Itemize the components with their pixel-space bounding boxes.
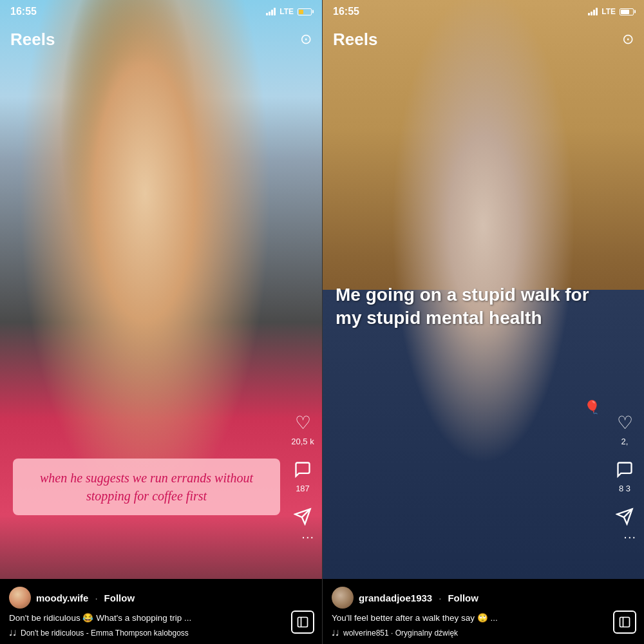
status-bar-2: 16:55 LTE (323, 0, 644, 23)
lte-label-1: LTE (279, 7, 294, 16)
audio-row-2: ♩♩ wolverine851 · Oryginalny dźwięk (332, 629, 635, 638)
comment-icon-2 (613, 458, 636, 481)
repost-icon-1 (291, 611, 314, 634)
audio-row-1: ♩♩ Don't be ridiculous - Emma Thompson k… (9, 629, 313, 638)
follow-button-2[interactable]: Follow (448, 592, 478, 603)
bottom-info-2: grandadjoe1933 · Follow You'll feel bett… (323, 579, 644, 644)
video-overlay-text-2: Me going on a stupid walk for my stupid … (336, 283, 599, 330)
like-count-1: 20,5 k (291, 437, 314, 446)
camera-icon-1[interactable]: ⊙ (300, 31, 312, 48)
status-bar-1: 16:55 LTE (0, 0, 322, 23)
music-note-1: ♩♩ (9, 629, 17, 638)
video-overlay-text-1: when he suggests we run errands without … (13, 459, 280, 515)
video-background-1 (0, 0, 322, 644)
heart-icon-2: ♡ (613, 411, 636, 434)
share-button-1[interactable] (291, 505, 314, 528)
reels-title-1: Reels (10, 30, 55, 50)
status-icons-2: LTE (588, 7, 634, 16)
comment-count-2: 8 3 (619, 484, 630, 493)
avatar-2[interactable] (332, 587, 354, 609)
status-icons-1: LTE (266, 7, 312, 16)
caption-1: Don't be ridiculous 😂 What's a shopping … (9, 612, 313, 625)
audio-text-1[interactable]: Don't be ridiculous - Emma Thompson kalo… (21, 629, 189, 638)
comment-count-1: 187 (296, 484, 310, 493)
panel-2: 16:55 LTE Reels ⊙ Me going on a stupid w… (322, 0, 644, 644)
comment-button-2[interactable]: 8 3 (613, 458, 636, 493)
svg-rect-6 (620, 618, 630, 627)
reels-header-2: Reels ⊙ (323, 23, 644, 55)
heart-icon-1: ♡ (291, 411, 314, 434)
like-button-2[interactable]: ♡ 2, (613, 411, 636, 446)
signal-icon-2 (588, 8, 598, 15)
user-row-2: grandadjoe1933 · Follow (332, 587, 635, 609)
more-options-2[interactable]: ··· (623, 529, 636, 544)
action-buttons-1: ♡ 20,5 k 187 (291, 411, 314, 528)
repost-icon-2 (613, 611, 636, 634)
share-icon-2 (613, 505, 636, 528)
like-button-1[interactable]: ♡ 20,5 k (291, 411, 314, 446)
username-2[interactable]: grandadjoe1933 (359, 592, 432, 603)
emoji-decoration-1: 🎈 (584, 399, 600, 415)
share-button-2[interactable] (613, 505, 636, 528)
comment-icon-1 (291, 458, 314, 481)
battery-icon-1 (298, 8, 312, 15)
share-icon-1 (291, 505, 314, 528)
music-note-2: ♩♩ (332, 629, 339, 638)
bottom-info-1: moody.wife · Follow Don't be ridiculous … (0, 579, 322, 644)
caption-2: You'll feel better after a walk they say… (332, 612, 635, 625)
video-caption-text-1: when he suggests we run errands without … (23, 469, 270, 505)
username-1[interactable]: moody.wife (36, 592, 88, 603)
more-options-1[interactable]: ··· (301, 529, 314, 544)
camera-icon-2[interactable]: ⊙ (622, 31, 634, 48)
lte-label-2: LTE (601, 7, 616, 16)
avatar-1[interactable] (9, 587, 31, 609)
svg-rect-2 (298, 618, 308, 627)
status-time-2: 16:55 (333, 6, 359, 17)
audio-text-2[interactable]: wolverine851 · Oryginalny dźwięk (343, 629, 458, 638)
reels-title-2: Reels (333, 30, 377, 50)
action-buttons-2: ♡ 2, 8 3 (613, 411, 636, 528)
follow-button-1[interactable]: Follow (104, 592, 135, 603)
reels-header-1: Reels ⊙ (0, 23, 322, 55)
repost-button-1[interactable] (291, 611, 314, 634)
battery-icon-2 (620, 8, 634, 15)
like-count-2: 2, (621, 437, 629, 446)
panel-1: 16:55 LTE Reels ⊙ when he suggests we ru… (0, 0, 322, 644)
status-time-1: 16:55 (10, 6, 37, 17)
repost-button-2[interactable] (613, 611, 636, 634)
video-caption-text-2: Me going on a stupid walk for my stupid … (336, 283, 599, 330)
signal-icon-1 (266, 8, 276, 15)
user-row-1: moody.wife · Follow (9, 587, 313, 609)
comment-button-1[interactable]: 187 (291, 458, 314, 493)
